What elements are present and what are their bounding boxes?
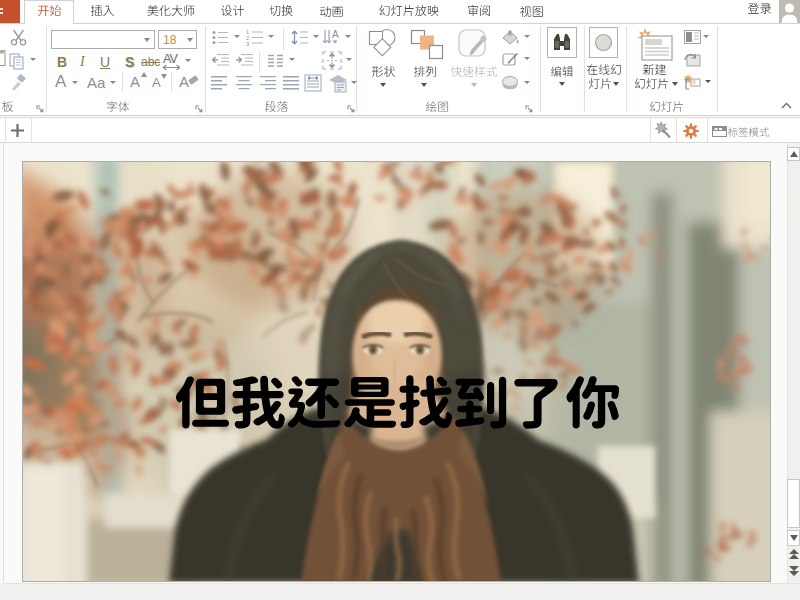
svg-text:3: 3 xyxy=(246,41,249,47)
svg-text:A: A xyxy=(332,29,339,40)
